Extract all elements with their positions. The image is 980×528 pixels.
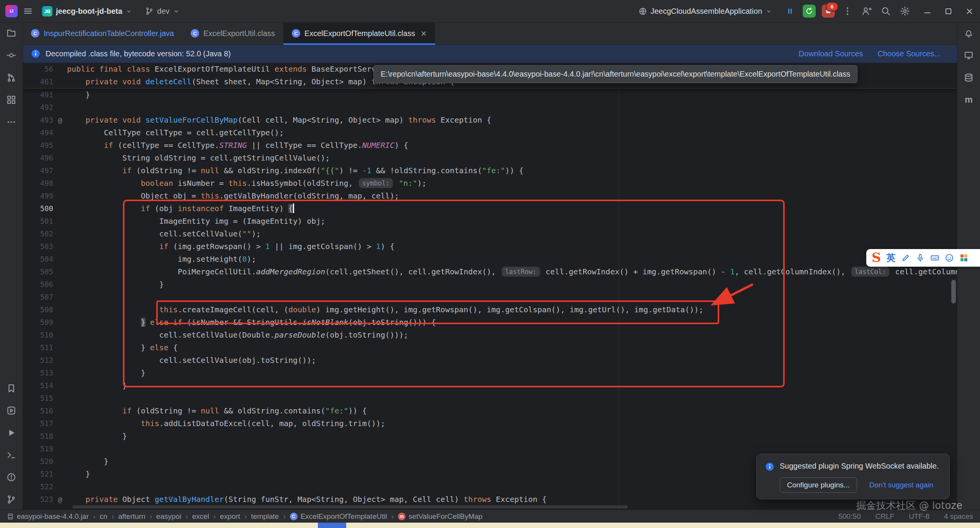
- code-line[interactable]: 492: [23, 101, 957, 114]
- dont-suggest-again-button[interactable]: Don't suggest again: [867, 480, 936, 490]
- gutter-annotation-icon: @: [53, 114, 67, 126]
- breadcrumb-item[interactable]: excel: [192, 512, 209, 521]
- code-line[interactable]: 518 }: [23, 430, 957, 443]
- maximize-button[interactable]: [944, 7, 953, 16]
- structure-icon[interactable]: [7, 95, 16, 105]
- code-line[interactable]: 517 this.addListDataToExcel(cell, map, o…: [23, 417, 957, 430]
- commit-icon[interactable]: [7, 51, 16, 60]
- code-line[interactable]: 508 this.createImageCell(cell, (double) …: [23, 303, 957, 316]
- keyboard-icon[interactable]: [930, 253, 939, 262]
- breadcrumb-item[interactable]: template: [251, 512, 279, 521]
- code-line[interactable]: 497 if (oldString != null && oldString.i…: [23, 164, 957, 177]
- code-line[interactable]: 504 img.setHeight(0);: [23, 253, 957, 266]
- pen-icon[interactable]: [901, 253, 910, 262]
- run-config-selector[interactable]: JeecgCloudAssembleApplication: [635, 5, 776, 18]
- code-line[interactable]: 499 Object obj = this.getValByHandler(ol…: [23, 190, 957, 202]
- vertical-scrollbar[interactable]: [951, 280, 956, 303]
- ime-language-toggle[interactable]: 英: [887, 252, 896, 264]
- pause-button[interactable]: [784, 5, 797, 18]
- device-icon[interactable]: [964, 51, 973, 60]
- right-margin-guide: [619, 63, 619, 510]
- mic-icon[interactable]: [916, 253, 925, 262]
- breadcrumb-item[interactable]: easypoi: [156, 512, 182, 521]
- branch-selector[interactable]: dev: [141, 5, 183, 18]
- problems-icon[interactable]: [7, 472, 16, 482]
- code-line[interactable]: 498 boolean isNumber = this.isHasSymbol(…: [23, 177, 957, 190]
- add-user-icon[interactable]: [862, 6, 872, 16]
- gutter: 507: [23, 291, 67, 303]
- code-line[interactable]: 503 if (img.getRowspan() > 1 || img.getC…: [23, 240, 957, 253]
- status-item[interactable]: 500:50: [838, 512, 861, 521]
- editor[interactable]: Decompiled .class file, bytecode version…: [23, 44, 957, 510]
- tab[interactable]: CExcelExportUtil.class: [182, 22, 283, 44]
- breadcrumb-item[interactable]: easypoi-base-4.4.0.jar: [7, 512, 89, 521]
- more-icon[interactable]: [7, 117, 16, 127]
- bookmarks-icon[interactable]: [7, 384, 16, 393]
- breadcrumb-item[interactable]: export: [220, 512, 240, 521]
- project-icon[interactable]: [7, 28, 16, 38]
- code-line[interactable]: 501 ImageEntity img = (ImageEntity) obj;: [23, 215, 957, 228]
- breadcrumb-item[interactable]: msetValueForCellByMap: [398, 512, 483, 521]
- pull-requests-icon[interactable]: [7, 73, 16, 82]
- code-line[interactable]: 496 String oldString = cell.getStringCel…: [23, 152, 957, 164]
- rerun-button[interactable]: [803, 5, 816, 18]
- code-line[interactable]: 509 } else if (isNumber && StringUtils.i…: [23, 316, 957, 329]
- code-line[interactable]: 515: [23, 392, 957, 405]
- breadcrumb-separator: ›: [244, 512, 247, 521]
- code-line[interactable]: 494 CellType cellType = cell.getCellType…: [23, 126, 957, 139]
- gutter: 505: [23, 266, 67, 278]
- minimize-button[interactable]: [923, 7, 932, 16]
- tab[interactable]: CExcelExportOfTemplateUtil.class×: [283, 22, 435, 44]
- version-control-icon[interactable]: [7, 495, 16, 504]
- titlebar-tool-icons: [843, 6, 910, 16]
- breadcrumb-item[interactable]: CExcelExportOfTemplateUtil: [290, 512, 387, 521]
- status-item[interactable]: 4 spaces: [944, 512, 973, 521]
- status-item[interactable]: CRLF: [875, 512, 895, 521]
- database-icon[interactable]: [964, 73, 973, 82]
- smiley-icon[interactable]: [945, 253, 954, 262]
- code-text: }: [67, 455, 108, 468]
- tab[interactable]: CInspurRectificationTableController.java: [23, 22, 182, 44]
- code-line[interactable]: 506 }: [23, 278, 957, 291]
- code-line[interactable]: 507: [23, 291, 957, 303]
- code-line[interactable]: 500 if (obj instanceof ImageEntity) {: [23, 202, 957, 215]
- ime-toolbar[interactable]: S 英: [866, 249, 980, 267]
- code-line[interactable]: 513 }: [23, 367, 957, 379]
- code-line[interactable]: 511 } else {: [23, 341, 957, 354]
- choose-sources-link[interactable]: Choose Sources...: [877, 49, 941, 58]
- breadcrumb-item[interactable]: cn: [100, 512, 107, 521]
- project-selector[interactable]: JB jeecg-boot-jd-beta: [38, 4, 136, 19]
- grid-icon[interactable]: [959, 253, 969, 262]
- services-icon[interactable]: [7, 406, 16, 415]
- code-line[interactable]: 495 if (cellType == CellType.STRING || c…: [23, 139, 957, 152]
- code-line[interactable]: 502 cell.setCellValue("");: [23, 228, 957, 240]
- code-line[interactable]: 505 PoiMergeCellUtil.addMergedRegion(cel…: [23, 266, 957, 278]
- line-number: 492: [40, 101, 53, 114]
- code-line[interactable]: 493@ private void setValueForCellByMap(C…: [23, 114, 957, 126]
- configure-plugins-button[interactable]: Configure plugins...: [780, 477, 857, 493]
- code-line[interactable]: 491 }: [23, 89, 957, 101]
- search-icon[interactable]: [881, 6, 891, 16]
- close-tab-icon[interactable]: ×: [421, 29, 427, 38]
- download-sources-link[interactable]: Download Sources: [799, 49, 863, 58]
- main-menu-icon[interactable]: [23, 6, 33, 16]
- maven-icon[interactable]: m: [964, 95, 973, 105]
- terminal-icon[interactable]: [7, 450, 16, 460]
- code-line[interactable]: 516 if (oldString != null && oldString.c…: [23, 405, 957, 417]
- line-number: 502: [40, 228, 53, 240]
- stop-button[interactable]: 6: [822, 5, 835, 18]
- close-button[interactable]: [965, 7, 974, 16]
- code-text: String oldString = cell.getStringCellVal…: [67, 152, 330, 164]
- code-line[interactable]: 512 cell.setCellValue(obj.toString());: [23, 354, 957, 367]
- breadcrumb-item[interactable]: afterturn: [118, 512, 146, 521]
- code-line[interactable]: 514 }: [23, 379, 957, 392]
- more-vertical-icon[interactable]: [843, 6, 852, 16]
- status-item[interactable]: UTF-8: [909, 512, 929, 521]
- line-number: 521: [40, 468, 53, 480]
- gutter: 492: [23, 101, 67, 114]
- settings-icon[interactable]: [900, 6, 910, 16]
- notifications-icon[interactable]: [964, 28, 973, 38]
- run-icon[interactable]: [7, 428, 16, 438]
- horizontal-scrollbar[interactable]: [72, 505, 628, 508]
- code-line[interactable]: 510 cell.setCellValue(Double.parseDouble…: [23, 329, 957, 341]
